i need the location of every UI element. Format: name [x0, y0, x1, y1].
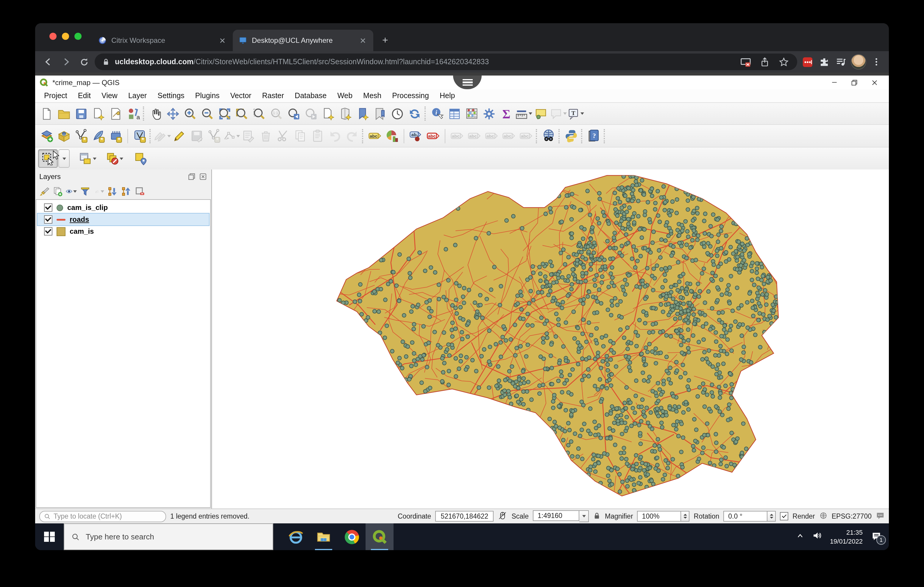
chrome-icon[interactable]	[338, 523, 366, 550]
hidden-icons-chevron[interactable]	[796, 531, 804, 542]
back-icon[interactable]	[41, 55, 55, 69]
help-icon[interactable]	[585, 127, 602, 145]
highlight-pinned-labels-icon[interactable]	[424, 127, 442, 145]
layer-item-roads[interactable]: roads	[38, 214, 209, 225]
show-statistical-summary-icon[interactable]	[498, 105, 515, 122]
pan-map-icon[interactable]	[147, 105, 164, 122]
zoom-to-selection-icon[interactable]	[251, 105, 268, 122]
locate-input[interactable]: Type to locate (Ctrl+K)	[39, 511, 166, 522]
pan-to-selection-icon[interactable]	[164, 105, 182, 122]
toggle-editing-icon[interactable]	[171, 127, 188, 145]
pin-labels-icon[interactable]	[407, 127, 424, 145]
file-explorer-icon[interactable]	[310, 523, 338, 550]
new-3d-map-view-icon[interactable]	[337, 105, 354, 122]
menu-web[interactable]: Web	[332, 90, 358, 101]
menu-processing[interactable]: Processing	[387, 90, 434, 101]
spinner-arrows[interactable]	[681, 511, 690, 521]
new-tab-button[interactable]: +	[377, 32, 394, 49]
new-spatial-bookmark-icon[interactable]	[354, 105, 371, 122]
add-group-icon[interactable]	[52, 186, 63, 197]
open-layer-styling-icon[interactable]	[38, 186, 50, 197]
spinner-arrows[interactable]	[767, 511, 776, 521]
zoom-to-layer-icon[interactable]	[233, 105, 251, 122]
temporal-controller-icon[interactable]	[389, 105, 406, 122]
menu-mesh[interactable]: Mesh	[358, 90, 387, 101]
python-console-icon[interactable]	[563, 127, 580, 145]
minimize-window-button[interactable]	[62, 33, 69, 40]
menu-database[interactable]: Database	[289, 90, 332, 101]
menu-project[interactable]: Project	[39, 90, 73, 101]
new-map-view-icon[interactable]	[320, 105, 337, 122]
share-icon[interactable]	[758, 55, 771, 68]
remove-layer-icon[interactable]	[134, 186, 145, 197]
tab-desktop-ucl-anywhere[interactable]: Desktop@UCL Anywhere ✕	[233, 30, 373, 51]
close-panel-icon[interactable]	[198, 172, 207, 181]
new-print-layout-icon[interactable]	[90, 105, 107, 122]
menu-view[interactable]: View	[96, 90, 123, 101]
new-virtual-layer-icon[interactable]	[131, 127, 148, 145]
manage-map-themes-icon[interactable]	[66, 186, 77, 197]
measure-line-icon[interactable]	[515, 105, 532, 122]
extents-mouse-icon[interactable]	[498, 511, 507, 521]
new-memory-layer-icon[interactable]	[107, 127, 124, 145]
layer-labeling-icon[interactable]	[366, 127, 383, 145]
processing-toolbox-icon[interactable]	[480, 105, 498, 122]
forward-icon[interactable]	[59, 55, 73, 69]
save-project-icon[interactable]	[73, 105, 90, 122]
taskbar-clock[interactable]: 21:35 19/01/2022	[830, 528, 863, 545]
internet-explorer-icon[interactable]	[282, 523, 310, 550]
qgis-restore-icon[interactable]	[844, 79, 865, 86]
metasearch-icon[interactable]	[540, 127, 557, 145]
layer-checkbox[interactable]	[44, 227, 53, 235]
menu-plugins[interactable]: Plugins	[190, 90, 225, 101]
rotation-value[interactable]: 0.0 °	[723, 511, 767, 521]
deselect-features-icon[interactable]	[105, 150, 123, 167]
coordinate-field[interactable]: 521670,184622	[435, 511, 493, 521]
rotation-spinner[interactable]: 0.0 °	[723, 511, 776, 521]
zoom-in-icon[interactable]	[182, 105, 199, 122]
map-canvas[interactable]	[212, 169, 889, 508]
zoom-out-icon[interactable]	[199, 105, 216, 122]
map-tips-icon[interactable]	[532, 105, 549, 122]
identify-features-icon[interactable]	[429, 105, 446, 122]
style-manager-icon[interactable]	[124, 105, 142, 122]
new-spatialite-layer-icon[interactable]	[90, 127, 107, 145]
menu-vector[interactable]: Vector	[225, 90, 257, 101]
render-checkbox[interactable]	[780, 512, 788, 520]
expand-all-icon[interactable]	[107, 186, 118, 197]
open-attribute-table-icon[interactable]	[446, 105, 463, 122]
new-project-icon[interactable]	[38, 105, 55, 122]
menu-help[interactable]: Help	[434, 90, 460, 101]
collapse-all-icon[interactable]	[120, 186, 132, 197]
menu-settings[interactable]: Settings	[152, 90, 190, 101]
data-source-manager-icon[interactable]	[38, 127, 55, 145]
qgis-minimize-icon[interactable]	[824, 79, 844, 86]
magnifier-lock-icon[interactable]	[593, 512, 601, 521]
layer-item-cam_is[interactable]: cam_is	[38, 225, 209, 237]
magnifier-spinner[interactable]: 100%	[637, 511, 690, 521]
stop-casting-icon[interactable]	[739, 55, 752, 68]
refresh-map-icon[interactable]	[406, 105, 423, 122]
log-messages-icon[interactable]	[876, 511, 885, 521]
menu-layer[interactable]: Layer	[123, 90, 152, 101]
layer-checkbox[interactable]	[44, 203, 53, 212]
qgis-taskbar-icon[interactable]	[366, 523, 394, 550]
zoom-full-icon[interactable]	[216, 105, 233, 122]
scale-combo[interactable]: 1:49160	[533, 510, 579, 521]
new-geopackage-layer-icon[interactable]	[55, 127, 73, 145]
action-center-icon[interactable]: 1	[870, 531, 882, 543]
taskbar-search-input[interactable]: Type here to search	[64, 523, 273, 550]
extensions-puzzle-icon[interactable]	[817, 55, 830, 68]
tab-close-icon[interactable]: ✕	[358, 36, 367, 45]
qgis-close-icon[interactable]	[865, 79, 885, 86]
crs-globe-icon[interactable]	[819, 511, 828, 521]
playlist-extension-icon[interactable]	[834, 55, 847, 68]
open-project-icon[interactable]	[55, 105, 73, 122]
text-annotation-icon[interactable]	[567, 105, 584, 122]
start-button[interactable]	[35, 523, 64, 550]
zoom-last-icon[interactable]	[285, 105, 302, 122]
lastpass-icon[interactable]	[801, 55, 814, 68]
volume-icon[interactable]	[812, 531, 822, 543]
fullscreen-window-button[interactable]	[74, 33, 82, 40]
magnifier-value[interactable]: 100%	[637, 511, 681, 521]
